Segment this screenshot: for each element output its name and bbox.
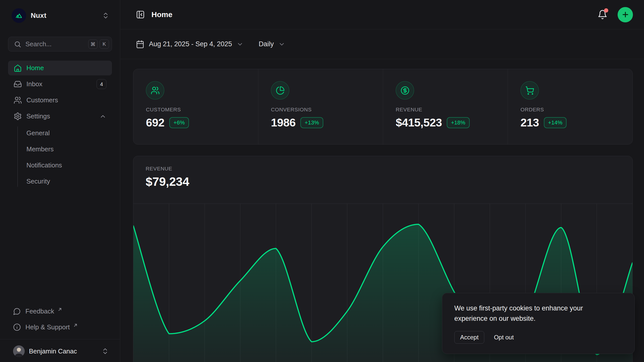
sidebar-item-label: Home xyxy=(26,64,44,72)
stat-delta-badge: +13% xyxy=(300,117,323,128)
stat-value: 213 xyxy=(520,116,539,129)
plus-icon xyxy=(621,11,629,19)
stat-value: 692 xyxy=(146,116,165,129)
sidebar-item-inbox[interactable]: Inbox 4 xyxy=(8,77,112,92)
subnav-guide-line xyxy=(17,126,18,187)
pie-chart-icon xyxy=(271,81,289,100)
date-range-picker[interactable]: Aug 21, 2025 - Sep 4, 2025 xyxy=(136,40,244,49)
inbox-count-badge: 4 xyxy=(97,79,106,89)
team-selector[interactable]: Nuxt xyxy=(8,8,112,24)
stat-card-conversions[interactable]: CONVERSIONS 1986 +13% xyxy=(258,69,383,144)
settings-subnav: General Members Notifications Security xyxy=(8,125,112,189)
sidebar-item-notifications[interactable]: Notifications xyxy=(8,157,112,173)
add-button[interactable] xyxy=(618,7,633,22)
avatar xyxy=(13,345,25,357)
shopping-cart-icon xyxy=(520,81,539,100)
sidebar-item-security[interactable]: Security xyxy=(8,173,112,189)
external-link-arrow-icon xyxy=(58,307,62,312)
granularity-label: Daily xyxy=(259,40,274,48)
revenue-panel-header: REVENUE $79,234 xyxy=(133,156,632,189)
home-icon xyxy=(14,64,22,72)
info-circle-icon xyxy=(13,323,21,331)
cookie-message: We use first-party cookies to enhance yo… xyxy=(454,303,605,324)
sub-item-label: Notifications xyxy=(26,161,62,169)
inbox-icon xyxy=(14,80,22,88)
users-icon xyxy=(14,96,22,104)
gear-icon xyxy=(14,112,22,120)
sidebar-item-general[interactable]: General xyxy=(8,125,112,141)
notifications-button[interactable] xyxy=(597,10,608,20)
dashboard-app: Nuxt Search... ⌘ K Home xyxy=(0,0,644,362)
stat-delta-badge: +18% xyxy=(447,117,470,128)
side-link-label: Feedback xyxy=(25,307,54,315)
opt-out-button[interactable]: Opt out xyxy=(494,334,514,341)
sub-item-label: Security xyxy=(26,177,50,185)
sidebar-item-label: Inbox xyxy=(26,80,43,88)
toolbar: Aug 21, 2025 - Sep 4, 2025 Daily xyxy=(120,29,644,59)
search-icon xyxy=(14,40,21,48)
chevron-down-icon xyxy=(236,41,244,48)
kbd-command: ⌘ xyxy=(88,39,98,49)
accept-button[interactable]: Accept xyxy=(454,331,484,344)
kbd-k: K xyxy=(100,39,109,49)
stats-row: CUSTOMERS 692 +6% CONVERSIONS 1986 xyxy=(133,69,633,145)
chevrons-up-down-icon xyxy=(102,12,109,19)
sidebar-item-label: Customers xyxy=(26,96,58,104)
stat-value: 1986 xyxy=(271,116,296,129)
search-placeholder: Search... xyxy=(25,40,52,48)
stat-card-revenue[interactable]: REVENUE $415,523 +18% xyxy=(383,69,508,144)
sidebar-item-label: Settings xyxy=(26,112,50,120)
chevrons-up-down-icon xyxy=(101,347,109,355)
stat-label: REVENUE xyxy=(396,107,495,113)
chevron-up-icon xyxy=(99,113,106,120)
user-name: Benjamin Canac xyxy=(29,347,77,355)
circle-dollar-icon xyxy=(396,81,414,100)
stat-card-orders[interactable]: ORDERS 213 +14% xyxy=(508,69,632,144)
message-bubble-icon xyxy=(13,307,21,315)
page-title: Home xyxy=(151,10,172,19)
sidebar-collapse-button[interactable] xyxy=(136,10,145,19)
revenue-value: $79,234 xyxy=(146,175,620,189)
search-shortcut: ⌘ K xyxy=(88,39,109,49)
help-support-link[interactable]: Help & Support xyxy=(8,319,112,335)
page-header: Home xyxy=(120,0,644,29)
user-section: Benjamin Canac xyxy=(0,339,120,362)
search-input[interactable]: Search... ⌘ K xyxy=(8,37,112,52)
chevron-down-icon xyxy=(278,41,285,48)
cookie-actions: Accept Opt out xyxy=(454,331,622,344)
sidebar-footer: Feedback Help & Support xyxy=(8,303,112,362)
sub-item-label: Members xyxy=(26,145,54,153)
team-name: Nuxt xyxy=(31,12,46,20)
date-range-label: Aug 21, 2025 - Sep 4, 2025 xyxy=(149,40,232,48)
side-link-label: Help & Support xyxy=(25,323,70,331)
stat-label: ORDERS xyxy=(520,107,620,113)
sidebar-nav: Home Inbox 4 Customers xyxy=(8,61,112,189)
users-icon xyxy=(146,81,164,100)
stat-delta-badge: +14% xyxy=(544,117,567,128)
calendar-icon xyxy=(136,40,144,49)
stat-card-customers[interactable]: CUSTOMERS 692 +6% xyxy=(133,69,258,144)
stat-label: CUSTOMERS xyxy=(146,107,246,113)
cookie-banner: We use first-party cookies to enhance yo… xyxy=(442,293,635,354)
sidebar-item-customers[interactable]: Customers xyxy=(8,93,112,108)
granularity-select[interactable]: Daily xyxy=(259,40,285,48)
stat-delta-badge: +6% xyxy=(169,117,189,128)
sidebar: Nuxt Search... ⌘ K Home xyxy=(0,0,120,362)
stat-value: $415,523 xyxy=(396,116,442,129)
nuxt-logo-icon xyxy=(12,8,26,23)
sidebar-item-settings[interactable]: Settings xyxy=(8,109,112,124)
external-link-arrow-icon xyxy=(73,323,78,328)
header-actions xyxy=(597,7,633,22)
revenue-label: REVENUE xyxy=(146,166,620,172)
feedback-link[interactable]: Feedback xyxy=(8,303,112,319)
sidebar-item-members[interactable]: Members xyxy=(8,141,112,157)
user-menu[interactable]: Benjamin Canac xyxy=(8,342,112,360)
stat-label: CONVERSIONS xyxy=(271,107,370,113)
sidebar-item-home[interactable]: Home xyxy=(8,61,112,75)
notification-dot xyxy=(604,8,608,13)
sub-item-label: General xyxy=(26,129,50,137)
